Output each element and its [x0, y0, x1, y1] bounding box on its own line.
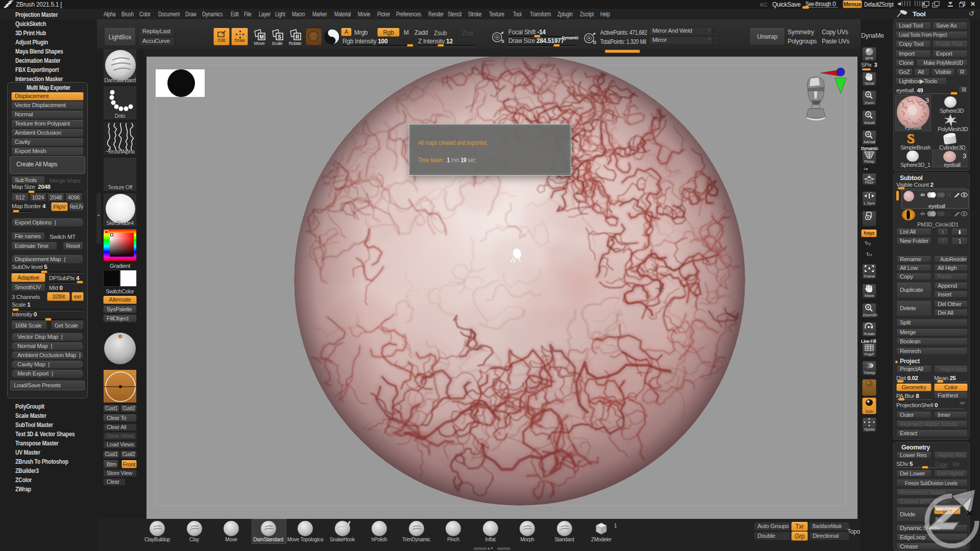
- svg-text:S: S: [501, 39, 504, 44]
- svg-text:D: D: [593, 40, 596, 45]
- svg-text:R: R: [296, 34, 300, 40]
- svg-text:S: S: [278, 34, 281, 40]
- svg-text:M: M: [259, 34, 263, 40]
